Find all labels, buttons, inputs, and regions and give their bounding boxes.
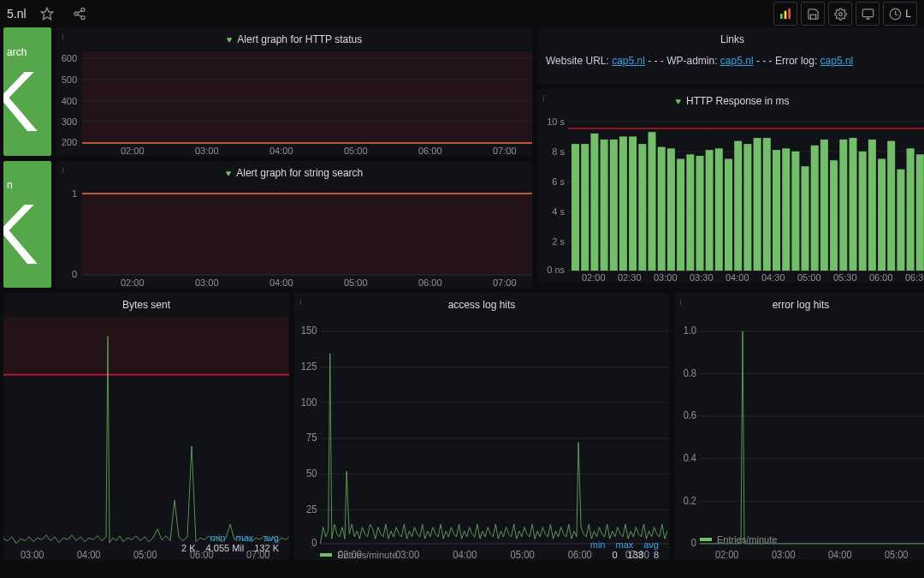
panel-title: Bytes sent: [122, 299, 170, 311]
svg-rect-73: [706, 150, 714, 271]
svg-rect-72: [696, 156, 704, 271]
panel-title: error log hits: [773, 299, 830, 311]
info-icon[interactable]: i: [299, 297, 302, 307]
svg-text:02:00: 02:00: [121, 277, 145, 288]
monitor-icon[interactable]: [856, 2, 880, 26]
svg-rect-82: [791, 152, 799, 271]
svg-rect-68: [658, 147, 666, 271]
panel-error-log[interactable]: i error log hits 1.0 0.8 0.6 0.4 0.2 0: [674, 293, 924, 560]
link-wp-admin[interactable]: cap5.nl: [720, 55, 754, 67]
svg-text:05:00: 05:00: [797, 272, 821, 283]
panel-bytes-sent[interactable]: Bytes sent 03:00 04:00 05:00 06:00 07:00: [3, 293, 289, 560]
page-title: 5.nl: [7, 7, 27, 21]
info-icon[interactable]: i: [542, 93, 545, 103]
panel-http-response[interactable]: i ♥ HTTP Response in ms 10 s 8 s 6 s 4 s…: [537, 89, 924, 283]
svg-rect-74: [715, 148, 723, 271]
svg-text:600: 600: [62, 53, 77, 63]
legend-swatch: [320, 553, 332, 557]
svg-text:50: 50: [306, 468, 317, 480]
svg-rect-14: [82, 51, 532, 143]
svg-text:06:00: 06:00: [418, 146, 442, 156]
svg-point-9: [838, 12, 842, 15]
panel-title: access log hits: [448, 299, 516, 311]
favorite-star-icon[interactable]: [35, 2, 59, 26]
panel-links: Links Website URL: cap5.nl - - - WP-admi…: [537, 27, 924, 84]
settings-gear-icon[interactable]: [828, 2, 852, 26]
stat-tile-value: K: [3, 65, 33, 138]
svg-text:0.6: 0.6: [684, 409, 696, 421]
svg-text:04:30: 04:30: [761, 272, 785, 283]
svg-line-4: [77, 10, 81, 13]
svg-text:05:00: 05:00: [344, 146, 368, 156]
panel-title: Links: [720, 33, 744, 45]
svg-text:03:00: 03:00: [654, 272, 678, 283]
svg-text:4 s: 4 s: [552, 206, 565, 217]
svg-rect-71: [686, 154, 694, 271]
svg-rect-88: [850, 138, 857, 271]
info-icon[interactable]: i: [62, 32, 64, 41]
svg-rect-67: [649, 132, 656, 271]
svg-text:0: 0: [311, 537, 317, 550]
stat-tile-search[interactable]: arch K: [3, 27, 51, 156]
panel-title: Alert graph for HTTP status: [237, 33, 362, 45]
share-icon[interactable]: [68, 2, 92, 26]
svg-rect-75: [725, 159, 732, 271]
svg-text:1.0: 1.0: [684, 325, 697, 337]
svg-rect-89: [859, 152, 867, 271]
svg-text:1: 1: [72, 188, 77, 199]
svg-rect-80: [773, 150, 780, 271]
heart-icon: ♥: [675, 96, 681, 106]
svg-text:25: 25: [306, 503, 317, 515]
svg-rect-93: [897, 170, 904, 271]
svg-rect-65: [629, 136, 637, 271]
add-panel-icon[interactable]: [773, 2, 797, 26]
link-website[interactable]: cap5.nl: [612, 55, 645, 67]
time-range-button[interactable]: L: [883, 2, 917, 26]
svg-text:02:30: 02:30: [618, 272, 642, 283]
svg-text:05:30: 05:30: [833, 272, 857, 283]
link-error-log[interactable]: cap5.nl: [820, 55, 854, 67]
svg-rect-10: [862, 9, 874, 16]
info-icon[interactable]: i: [679, 297, 682, 307]
top-bar: 5.nl L: [0, 0, 924, 27]
svg-rect-59: [572, 144, 579, 271]
svg-rect-87: [839, 140, 847, 271]
svg-rect-86: [830, 160, 838, 271]
svg-text:10 s: 10 s: [547, 116, 565, 127]
svg-text:200: 200: [62, 137, 77, 147]
stat-tile-2[interactable]: n K: [3, 161, 51, 288]
svg-rect-94: [907, 148, 915, 271]
svg-rect-70: [677, 159, 684, 271]
svg-rect-63: [610, 140, 618, 271]
svg-text:0.2: 0.2: [684, 494, 696, 506]
svg-text:500: 500: [62, 74, 77, 85]
svg-rect-8: [789, 9, 791, 19]
svg-text:0.4: 0.4: [684, 451, 697, 463]
stat-tile-value: K: [3, 198, 33, 271]
svg-rect-78: [754, 138, 761, 271]
panel-alert-http-status[interactable]: i ♥ Alert graph for HTTP status 600 500 …: [56, 27, 532, 156]
svg-rect-60: [581, 144, 589, 271]
save-icon[interactable]: [801, 2, 825, 26]
panel-alert-string-search[interactable]: i ♥ Alert graph for string search 1 0 02…: [56, 161, 532, 288]
legend-swatch: [700, 538, 712, 541]
svg-text:05:00: 05:00: [344, 277, 368, 288]
svg-rect-76: [734, 141, 742, 271]
svg-text:02:00: 02:00: [121, 146, 145, 156]
svg-text:04:00: 04:00: [270, 146, 293, 156]
svg-text:06:30: 06:30: [905, 272, 924, 283]
svg-text:150: 150: [301, 325, 317, 337]
svg-text:2 s: 2 s: [552, 236, 565, 247]
panel-access-log[interactable]: i access log hits 150 125 100 75 50 25 0: [294, 293, 669, 560]
svg-rect-90: [868, 140, 876, 271]
svg-text:07:00: 07:00: [493, 146, 517, 156]
svg-text:0.8: 0.8: [684, 366, 696, 378]
panel-title: Alert graph for string search: [236, 167, 363, 179]
info-icon[interactable]: i: [62, 165, 64, 175]
heart-icon: ♥: [226, 168, 232, 178]
svg-rect-64: [619, 136, 627, 271]
svg-rect-7: [785, 11, 787, 19]
svg-marker-0: [41, 8, 52, 19]
svg-rect-6: [780, 14, 783, 19]
svg-text:300: 300: [62, 116, 77, 127]
